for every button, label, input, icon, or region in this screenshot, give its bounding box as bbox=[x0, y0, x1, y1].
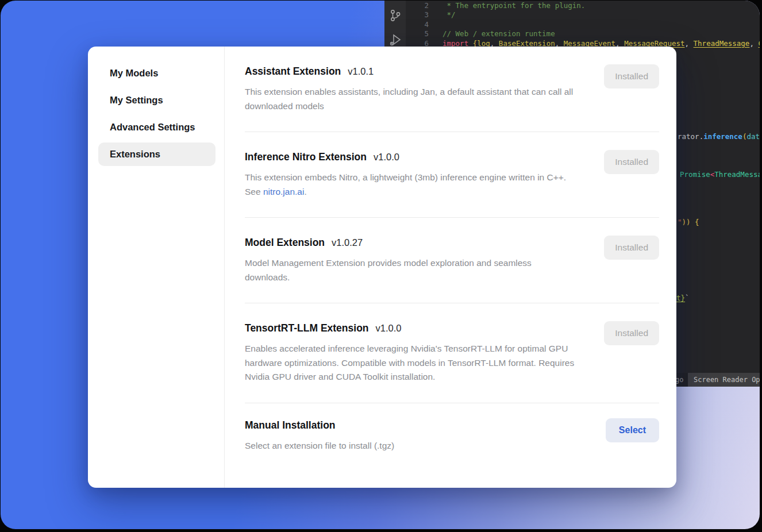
sidebar-nav: My ModelsMy SettingsAdvanced SettingsExt… bbox=[88, 47, 225, 488]
extension-row-tensortrt-llm-extension: TensortRT-LLM Extensionv1.0.0Enables acc… bbox=[245, 303, 659, 403]
extension-row-assistant-extension: Assistant Extensionv1.0.1This extension … bbox=[245, 47, 659, 132]
extension-row-inference-nitro-extension: Inference Nitro Extensionv1.0.0This exte… bbox=[245, 132, 659, 218]
extension-row-model-extension: Model Extensionv1.0.27Model Management E… bbox=[245, 218, 659, 303]
settings-card: My ModelsMy SettingsAdvanced SettingsExt… bbox=[88, 47, 676, 488]
nitro-jan-ai-link[interactable]: nitro.jan.ai bbox=[263, 187, 305, 196]
extension-name: Assistant Extension bbox=[245, 65, 341, 78]
run-and-debug-icon[interactable] bbox=[388, 33, 402, 47]
code-fragment: rator.inference(data)); bbox=[678, 132, 760, 141]
code-fragment: t}` bbox=[676, 294, 690, 303]
line-number: 2 bbox=[406, 1, 429, 10]
extension-info: Model Extensionv1.0.27Model Management E… bbox=[245, 237, 577, 284]
source-control-icon[interactable] bbox=[388, 9, 402, 22]
extension-info: Manual InstallationSelect an extension f… bbox=[245, 419, 394, 453]
extension-version: v1.0.0 bbox=[374, 152, 399, 163]
extension-name: Manual Installation bbox=[245, 419, 336, 431]
line-number: 4 bbox=[406, 20, 429, 29]
extension-info: Assistant Extensionv1.0.1This extension … bbox=[245, 65, 577, 113]
code-fragment: ")) { bbox=[678, 218, 699, 227]
code-line: 3 */ bbox=[406, 10, 760, 20]
screen-reader-optimized-status[interactable]: Screen Reader Optimize bbox=[688, 373, 760, 387]
status-left-text: go bbox=[675, 373, 683, 387]
extension-description: Model Management Extension provides mode… bbox=[245, 256, 577, 284]
extension-info: TensortRT-LLM Extensionv1.0.0Enables acc… bbox=[245, 322, 577, 384]
extension-description: This extension enables assistants, inclu… bbox=[245, 85, 577, 113]
sidebar-item-advanced-settings[interactable]: Advanced Settings bbox=[98, 115, 215, 139]
code-lines: 2 * The entrypoint for the plugin.3 */45… bbox=[406, 1, 760, 48]
code-line: 5// Web / extension runtime bbox=[406, 29, 760, 38]
installed-button[interactable]: Installed bbox=[604, 321, 659, 345]
extension-version: v1.0.27 bbox=[332, 237, 363, 248]
sidebar-item-extensions[interactable]: Extensions bbox=[98, 142, 215, 166]
extension-description: Enables accelerated inference leveraging… bbox=[245, 342, 577, 384]
line-number: 5 bbox=[406, 29, 429, 38]
code-line: 4 bbox=[406, 20, 760, 29]
sidebar-item-my-models[interactable]: My Models bbox=[98, 61, 215, 85]
desktop-background: 2 * The entrypoint for the plugin.3 */45… bbox=[1, 1, 760, 529]
sidebar-item-my-settings[interactable]: My Settings bbox=[98, 88, 215, 112]
extension-version: v1.0.1 bbox=[348, 66, 374, 77]
code-line: 2 * The entrypoint for the plugin. bbox=[406, 1, 760, 10]
installed-button[interactable]: Installed bbox=[604, 64, 659, 88]
extension-name: Inference Nitro Extension bbox=[245, 151, 367, 163]
extension-name: Model Extension bbox=[245, 237, 325, 249]
installed-button[interactable]: Installed bbox=[604, 236, 659, 260]
code-fragment: Promise<ThreadMessage> bbox=[680, 170, 760, 179]
select-button[interactable]: Select bbox=[606, 418, 659, 442]
extension-description: This extension embeds Nitro, a lightweig… bbox=[245, 171, 577, 199]
extensions-list: Assistant Extensionv1.0.1This extension … bbox=[225, 47, 676, 488]
installed-button[interactable]: Installed bbox=[604, 150, 659, 174]
extension-info: Inference Nitro Extensionv1.0.0This exte… bbox=[245, 151, 577, 199]
extension-name: TensortRT-LLM Extension bbox=[245, 322, 369, 334]
extension-version: v1.0.0 bbox=[376, 323, 402, 334]
extension-description: Select an extension file to install (.tg… bbox=[245, 439, 394, 453]
extension-row-manual-installation: Manual InstallationSelect an extension f… bbox=[245, 403, 659, 472]
line-number: 3 bbox=[406, 10, 429, 20]
screenshot-stage: 2 * The entrypoint for the plugin.3 */45… bbox=[0, 0, 762, 532]
